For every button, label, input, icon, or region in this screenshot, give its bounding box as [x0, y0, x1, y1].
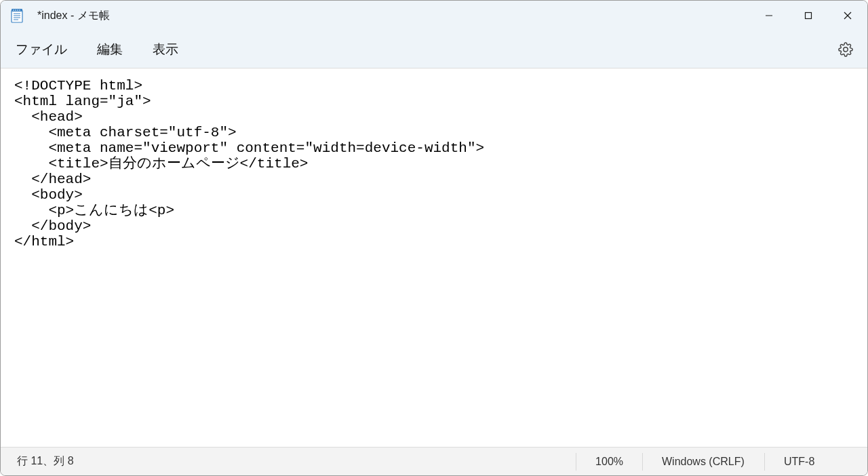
status-encoding[interactable]: UTF-8 — [764, 453, 859, 471]
status-zoom[interactable]: 100% — [576, 453, 642, 471]
svg-point-6 — [13, 9, 14, 11]
statusbar: 行 11、列 8 100% Windows (CRLF) UTF-8 — [1, 447, 867, 475]
svg-point-9 — [19, 9, 20, 11]
titlebar[interactable]: *index - メモ帳 — [1, 1, 867, 31]
menu-view[interactable]: 表示 — [143, 35, 188, 64]
status-line-ending[interactable]: Windows (CRLF) — [642, 453, 764, 471]
window-controls — [749, 1, 867, 31]
minimize-button[interactable] — [749, 1, 789, 31]
menu-file[interactable]: ファイル — [6, 35, 77, 64]
svg-point-7 — [15, 9, 16, 11]
menubar: ファイル 編集 表示 — [1, 31, 867, 68]
gear-icon — [838, 42, 853, 57]
svg-point-8 — [17, 9, 18, 11]
window-title: *index - メモ帳 — [37, 9, 110, 23]
svg-rect-11 — [806, 13, 812, 19]
notepad-icon — [9, 7, 25, 24]
close-button[interactable] — [828, 1, 867, 31]
svg-rect-0 — [12, 10, 22, 22]
maximize-button[interactable] — [789, 1, 828, 31]
notepad-window: *index - メモ帳 ファイル 編集 表示 — [0, 0, 868, 476]
status-cursor-position: 行 11、列 8 — [9, 454, 74, 469]
menu-edit[interactable]: 編集 — [87, 35, 132, 64]
text-editor[interactable]: <!DOCTYPE html> <html lang="ja"> <head> … — [1, 68, 867, 447]
settings-button[interactable] — [832, 36, 859, 63]
